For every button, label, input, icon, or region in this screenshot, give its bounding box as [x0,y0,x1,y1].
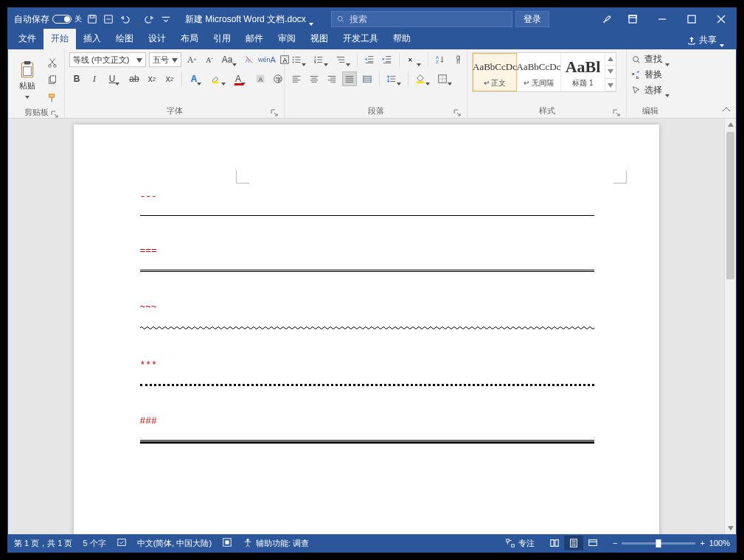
tab-view[interactable]: 视图 [303,29,336,49]
align-distribute-button[interactable] [360,71,375,86]
style-gallery[interactable]: AaBbCcDc ↵ 正文 AaBbCcDc ↵ 无间隔 AaBl 标题 1 [472,52,616,92]
multilevel-button[interactable] [333,52,352,67]
tab-mailings[interactable]: 邮件 [238,29,271,49]
enclose-char-button[interactable]: 字 [271,71,285,86]
paragraph-launcher-icon[interactable] [453,109,461,116]
italic-button[interactable]: I [87,71,102,86]
text-line-1[interactable]: --- [140,191,594,202]
find-button[interactable]: 查找 [631,52,670,66]
strike-button[interactable]: ab [127,71,142,86]
status-page[interactable]: 第 1 页，共 1 页 [14,538,72,549]
char-shading-button[interactable]: A [253,71,268,86]
text-line-2[interactable]: === [140,245,594,256]
status-focus[interactable]: 专注 [505,538,535,549]
sort-button[interactable]: AZ [433,52,448,67]
gallery-up-icon[interactable] [605,53,616,66]
font-color-button[interactable]: A [231,71,250,86]
tab-layout[interactable]: 布局 [173,29,206,49]
autosave-toggle[interactable]: 自动保存 关 [14,13,82,26]
qat-more-icon[interactable] [160,13,172,25]
search-input[interactable]: 搜索 [331,11,512,27]
cut-button[interactable] [45,55,60,70]
zoom-slider[interactable] [622,542,695,545]
close-button[interactable] [706,8,736,30]
format-painter-button[interactable] [45,91,60,105]
underline-button[interactable]: U [105,71,124,86]
maximize-button[interactable] [677,8,706,30]
zoom-in-button[interactable]: + [700,539,704,547]
indent-right-button[interactable] [380,52,394,67]
phonetic-button[interactable]: wénA [260,52,274,67]
align-left-button[interactable] [289,71,304,86]
tab-draw[interactable]: 绘图 [108,29,141,49]
copy-button[interactable] [45,73,60,88]
text-line-3[interactable]: ~~~ [140,301,594,312]
subscript-button[interactable]: x2 [145,71,159,86]
zoom-control[interactable]: − + 100% [613,539,730,547]
scroll-up-icon[interactable] [725,119,736,130]
view-print-button[interactable] [564,536,583,550]
bold-button[interactable]: B [69,71,84,86]
grow-font-button[interactable]: A^ [184,52,199,67]
zoom-value[interactable]: 100% [709,539,730,547]
undo-dropdown-icon[interactable] [135,18,139,21]
font-name-combo[interactable]: 等线 (中文正文) [69,52,146,67]
align-right-button[interactable] [324,71,339,86]
replace-button[interactable]: ab替换 [631,68,670,82]
clipboard-launcher-icon[interactable] [51,111,58,118]
gallery-more-icon[interactable] [605,79,616,91]
superscript-button[interactable]: x2 [162,71,177,86]
tab-design[interactable]: 设计 [141,29,173,49]
styles-launcher-icon[interactable] [613,109,620,116]
zoom-out-button[interactable]: − [613,539,617,547]
view-web-button[interactable] [583,536,602,550]
status-proofing-icon[interactable] [117,537,127,549]
status-lang[interactable]: 中文(简体, 中国大陆) [137,538,212,549]
undo-icon[interactable] [119,13,131,25]
status-macro-icon[interactable] [222,537,232,549]
borders-button[interactable] [435,71,454,86]
share-button[interactable]: 共享 [681,31,730,49]
tab-references[interactable]: 引用 [206,29,238,49]
text-effects-button[interactable]: A [187,71,206,86]
document-content[interactable]: --- === ~~~ *** ### [140,191,594,444]
tab-insert[interactable]: 插入 [76,29,108,49]
minimize-button[interactable] [647,8,677,30]
save-icon[interactable] [86,13,98,25]
scroll-down-icon[interactable] [725,522,736,534]
style-no-spacing[interactable]: AaBbCcDc ↵ 无间隔 [517,53,561,91]
tab-file[interactable]: 文件 [11,29,44,49]
ribbon-mode-button[interactable] [618,8,647,30]
scroll-thumb[interactable] [726,132,734,279]
coming-soon-icon[interactable] [602,13,613,25]
tab-home[interactable]: 开始 [44,29,76,49]
text-line-5[interactable]: ### [140,416,594,427]
document-title[interactable]: 新建 Microsoft Word 文档.docx [185,13,313,26]
line-spacing-button[interactable] [384,71,403,86]
style-gallery-scroll[interactable] [605,53,616,91]
tab-developer[interactable]: 开发工具 [336,29,386,49]
shrink-font-button[interactable]: Aˇ [202,52,217,67]
indent-left-button[interactable] [362,52,377,67]
sync-icon[interactable] [102,13,114,25]
style-heading1[interactable]: AaBl 标题 1 [561,53,605,91]
tab-help[interactable]: 帮助 [386,29,418,49]
shading-button[interactable] [413,71,432,86]
status-words[interactable]: 5 个字 [83,538,105,549]
login-button[interactable]: 登录 [515,11,549,27]
font-launcher-icon[interactable] [271,109,278,116]
highlight-button[interactable] [209,71,228,86]
show-marks-button[interactable] [451,52,465,67]
bullets-button[interactable] [289,52,308,67]
change-case-button[interactable]: Aa [220,52,239,67]
align-justify-button[interactable] [342,71,357,86]
collapse-ribbon-icon[interactable] [721,105,731,115]
redo-icon[interactable] [144,13,156,25]
style-normal[interactable]: AaBbCcDc ↵ 正文 [473,53,517,91]
align-center-button[interactable] [307,71,321,86]
vertical-scrollbar[interactable] [724,119,736,534]
page[interactable]: --- === ~~~ *** ### [74,125,659,534]
page-scroll[interactable]: --- === ~~~ *** ### [8,119,724,534]
font-size-combo[interactable]: 五号 [149,52,181,67]
clear-format-button[interactable]: A [242,52,257,67]
